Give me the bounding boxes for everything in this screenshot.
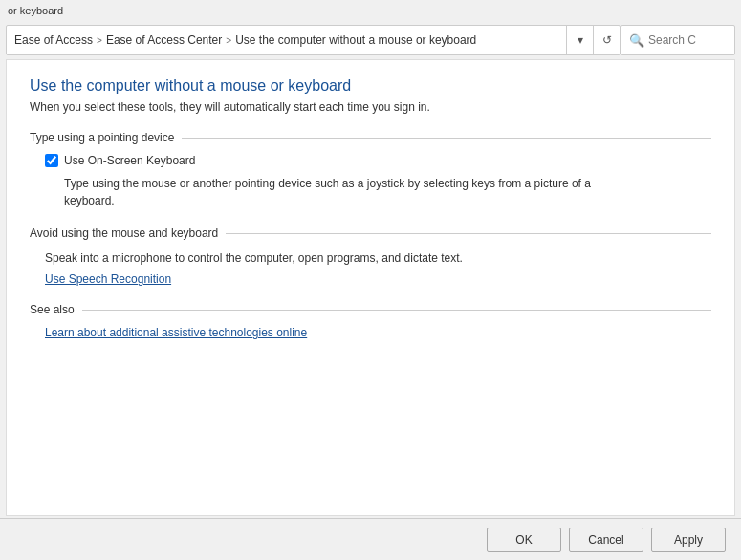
section-see-also: See also Learn about additional assistiv… xyxy=(30,303,711,339)
breadcrumb-ease-access-center[interactable]: Ease of Access Center xyxy=(106,33,222,47)
title-bar: or keyboard xyxy=(0,0,741,21)
section-line-3 xyxy=(82,310,711,311)
refresh-icon: ↺ xyxy=(602,33,612,47)
on-screen-keyboard-checkbox[interactable] xyxy=(45,154,58,167)
section-line-1 xyxy=(182,138,711,139)
section-pointing-device: Type using a pointing device Use On-Scre… xyxy=(30,131,711,209)
section-content-1: Use On-Screen Keyboard Type using the mo… xyxy=(30,154,711,209)
page-title: Use the computer without a mouse or keyb… xyxy=(30,77,711,95)
section-label-2: Avoid using the mouse and keyboard xyxy=(30,226,226,240)
search-icon: 🔍 xyxy=(629,33,644,48)
breadcrumb-sep-1: > xyxy=(97,35,102,46)
speak-description: Speak into a microphone to control the c… xyxy=(45,249,590,267)
main-content: Use the computer without a mouse or keyb… xyxy=(6,59,735,516)
breadcrumb-ease-access[interactable]: Ease of Access xyxy=(14,33,93,47)
address-bar: Ease of Access > Ease of Access Center >… xyxy=(6,25,621,55)
search-bar: 🔍 xyxy=(621,25,735,55)
section-header-3: See also xyxy=(30,303,711,316)
section-line-2 xyxy=(226,233,711,234)
section-header-1: Type using a pointing device xyxy=(30,131,711,144)
on-screen-keyboard-description: Type using the mouse or another pointing… xyxy=(64,175,609,209)
section-header-2: Avoid using the mouse and keyboard xyxy=(30,226,711,240)
title-text: or keyboard xyxy=(8,5,63,16)
ok-button[interactable]: OK xyxy=(487,528,561,552)
breadcrumb: Ease of Access > Ease of Access Center >… xyxy=(7,33,566,47)
on-screen-keyboard-row: Use On-Screen Keyboard xyxy=(45,154,711,167)
assistive-technologies-link[interactable]: Learn about additional assistive technol… xyxy=(45,326,307,339)
speech-recognition-link[interactable]: Use Speech Recognition xyxy=(45,272,171,286)
address-dropdown-button[interactable]: ▾ xyxy=(566,26,593,54)
address-refresh-button[interactable]: ↺ xyxy=(593,26,620,54)
footer: OK Cancel Apply xyxy=(0,518,741,560)
section-avoid-mouse: Avoid using the mouse and keyboard Speak… xyxy=(30,226,711,286)
page-subtitle: When you select these tools, they will a… xyxy=(30,100,711,114)
breadcrumb-current: Use the computer without a mouse or keyb… xyxy=(235,33,476,47)
chevron-down-icon: ▾ xyxy=(578,33,583,47)
cancel-button[interactable]: Cancel xyxy=(569,528,643,552)
apply-button[interactable]: Apply xyxy=(651,528,726,552)
section-content-2: Speak into a microphone to control the c… xyxy=(30,249,711,286)
section-content-3: Learn about additional assistive technol… xyxy=(30,326,711,339)
search-input[interactable] xyxy=(648,33,725,47)
on-screen-keyboard-label[interactable]: Use On-Screen Keyboard xyxy=(64,154,195,167)
section-label-3: See also xyxy=(30,303,82,316)
section-label-1: Type using a pointing device xyxy=(30,131,182,144)
breadcrumb-sep-2: > xyxy=(226,35,231,46)
